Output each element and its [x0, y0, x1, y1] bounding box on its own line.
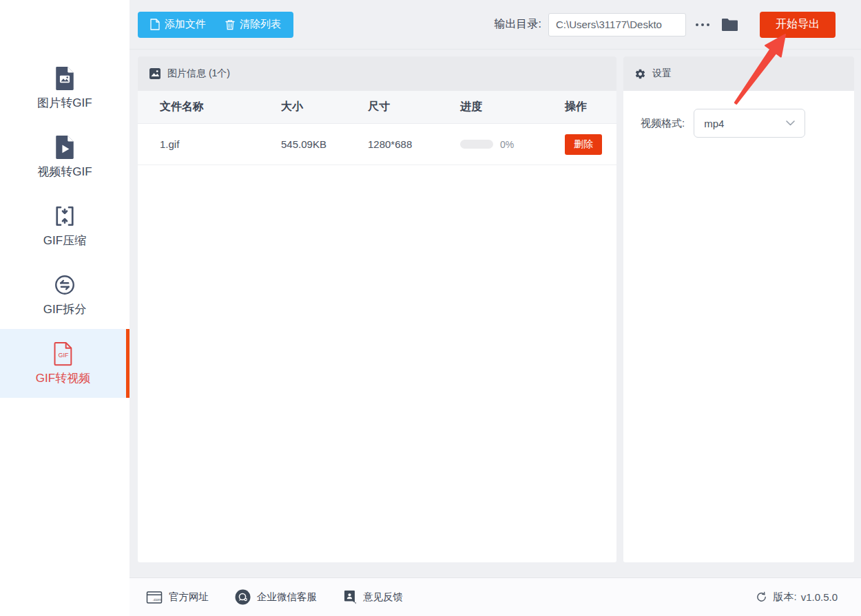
trash-icon [225, 19, 235, 30]
table-row: 1.gif 545.09KB 1280*688 0% 删除 [138, 124, 616, 165]
table-header: 文件名称 大小 尺寸 进度 操作 [138, 91, 616, 124]
cell-progress: 0% [460, 139, 565, 150]
settings-body: 视频格式: mp4 [623, 91, 854, 138]
refresh-icon [756, 591, 767, 603]
version-label: 版本: [773, 591, 796, 604]
feedback-link[interactable]: 意见反馈 [343, 590, 403, 605]
col-dimensions: 尺寸 [368, 100, 460, 114]
open-folder-button[interactable] [720, 17, 739, 32]
folder-icon [720, 17, 739, 32]
file-panel-title: 图片信息 (1个) [167, 67, 230, 80]
svg-text:GIF: GIF [58, 352, 69, 359]
add-file-label: 添加文件 [165, 18, 206, 31]
col-progress: 进度 [460, 100, 565, 114]
file-list-panel: 图片信息 (1个) 文件名称 大小 尺寸 进度 操作 1.gif 545.09K… [138, 56, 616, 562]
gif-tool-window: 图片转GIF 视频转GIF GIF压缩 GIF拆分 GIF GIF转视频 [0, 0, 861, 616]
content-area: 图片信息 (1个) 文件名称 大小 尺寸 进度 操作 1.gif 545.09K… [129, 50, 861, 577]
video-format-select[interactable]: mp4 [694, 109, 805, 138]
version-check[interactable]: 版本: v1.0.5.0 [756, 591, 838, 604]
start-export-button[interactable]: 开始导出 [760, 12, 836, 38]
output-dir-label: 输出目录: [495, 17, 541, 32]
video-format-value: mp4 [704, 118, 724, 129]
main-area: 添加文件 清除列表 输出目录: 开始导出 [129, 0, 861, 616]
sidebar-item-label: 视频转GIF [37, 164, 92, 180]
image-info-icon [149, 67, 161, 80]
add-file-button[interactable]: 添加文件 [141, 12, 216, 38]
wechat-service-icon [235, 589, 251, 605]
svg-text:.com: .com [153, 597, 162, 602]
add-file-icon [150, 19, 160, 30]
wechat-service-link[interactable]: 企业微信客服 [235, 589, 317, 605]
wechat-service-label: 企业微信客服 [257, 591, 317, 604]
sidebar-item-gif-to-video[interactable]: GIF GIF转视频 [0, 329, 129, 398]
official-website-link[interactable]: .com 官方网址 [146, 591, 209, 604]
file-actions-group: 添加文件 清除列表 [138, 12, 293, 38]
footer: .com 官方网址 企业微信客服 意见反馈 版 [129, 577, 861, 616]
cell-action: 删除 [565, 134, 616, 155]
sidebar-item-gif-split[interactable]: GIF拆分 [0, 260, 129, 329]
gif-compress-icon [52, 203, 77, 229]
sidebar-item-label: GIF转视频 [36, 370, 90, 386]
sidebar-item-label: GIF拆分 [43, 301, 86, 317]
progress-label: 0% [500, 139, 514, 150]
file-panel-header: 图片信息 (1个) [138, 56, 616, 91]
sidebar-item-video-to-gif[interactable]: 视频转GIF [0, 123, 129, 191]
delete-button[interactable]: 删除 [565, 134, 602, 155]
settings-panel-header: 设置 [623, 56, 854, 91]
col-file-name: 文件名称 [160, 100, 281, 114]
clear-list-button[interactable]: 清除列表 [216, 12, 291, 38]
cell-dimensions: 1280*688 [368, 138, 460, 150]
output-dir-input[interactable] [548, 13, 686, 36]
video-format-label: 视频格式: [641, 117, 685, 130]
official-website-label: 官方网址 [169, 591, 209, 604]
gif-split-icon [52, 272, 77, 298]
col-action: 操作 [565, 100, 616, 114]
col-size: 大小 [281, 100, 368, 114]
image-to-gif-icon [53, 65, 76, 92]
toolbar: 添加文件 清除列表 输出目录: 开始导出 [129, 0, 861, 50]
settings-panel: 设置 视频格式: mp4 [623, 56, 854, 562]
feedback-label: 意见反馈 [363, 591, 403, 604]
clear-list-label: 清除列表 [240, 18, 281, 31]
cell-size: 545.09KB [281, 138, 368, 150]
browse-more-button[interactable] [696, 23, 709, 26]
version-value: v1.0.5.0 [801, 591, 838, 603]
feedback-icon [343, 590, 357, 605]
sidebar-item-label: GIF压缩 [43, 233, 86, 248]
chevron-down-icon [786, 120, 795, 126]
sidebar-item-image-to-gif[interactable]: 图片转GIF [0, 54, 129, 123]
sidebar: 图片转GIF 视频转GIF GIF压缩 GIF拆分 GIF GIF转视频 [0, 0, 129, 616]
settings-panel-title: 设置 [652, 67, 672, 80]
gear-icon [634, 68, 646, 80]
video-to-gif-icon [53, 134, 76, 160]
cell-file-name: 1.gif [160, 138, 281, 150]
gif-to-video-icon: GIF [52, 341, 75, 367]
website-icon: .com [146, 591, 163, 604]
sidebar-item-label: 图片转GIF [37, 95, 92, 111]
progress-bar [460, 140, 493, 149]
sidebar-item-gif-compress[interactable]: GIF压缩 [0, 191, 129, 260]
